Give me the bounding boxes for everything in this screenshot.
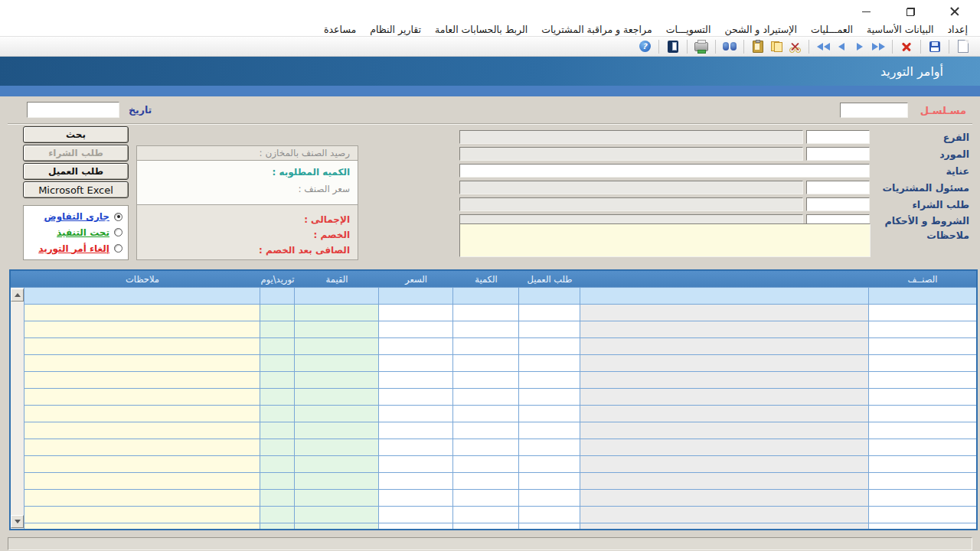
help-icon[interactable]	[635, 38, 654, 55]
grid-cell-item_name[interactable]	[580, 321, 869, 337]
grid-cell-quantity[interactable]	[453, 473, 519, 489]
grid-cell-value[interactable]	[295, 490, 379, 506]
grid-cell-item[interactable]	[869, 490, 976, 506]
grid-cell-supply_per_day[interactable]	[260, 523, 295, 529]
grid-cell-item_name[interactable]	[580, 473, 869, 489]
grid-cell-quantity[interactable]	[453, 288, 519, 304]
grid-cell-item[interactable]	[869, 473, 976, 489]
grid-cell-quantity[interactable]	[453, 422, 519, 439]
grid-cell-quantity[interactable]	[453, 338, 519, 354]
grid-cell-customer_request[interactable]	[519, 422, 580, 439]
grid-cell-value[interactable]	[295, 473, 379, 489]
grid-cell-item_name[interactable]	[580, 456, 869, 472]
grid-cell-supply_per_day[interactable]	[260, 321, 295, 337]
grid-cell-notes[interactable]	[24, 338, 260, 354]
grid-cell-value[interactable]	[295, 305, 379, 321]
status-option[interactable]: جارى التفاوض	[29, 211, 122, 222]
status-option[interactable]: إلغاء أمر التوريد	[29, 243, 122, 254]
grid-cell-notes[interactable]	[24, 321, 260, 337]
grid-cell-customer_request[interactable]	[519, 372, 580, 388]
grid-cell-item[interactable]	[869, 406, 976, 422]
grid-cell-value[interactable]	[295, 321, 379, 337]
menu-item[interactable]: الإستيراد و الشحن	[717, 24, 804, 35]
grid-cell-supply_per_day[interactable]	[260, 422, 295, 439]
grid-cell-quantity[interactable]	[453, 406, 519, 422]
grid-cell-item[interactable]	[869, 321, 976, 337]
grid-cell-value[interactable]	[295, 288, 379, 304]
grid-cell-quantity[interactable]	[453, 523, 519, 529]
grid-cell-price[interactable]	[379, 338, 453, 354]
grid-cell-notes[interactable]	[24, 456, 260, 472]
grid-cell-item_name[interactable]	[580, 406, 869, 422]
grid-cell-customer_request[interactable]	[519, 321, 580, 337]
delete-icon[interactable]	[897, 38, 916, 55]
grid-cell-notes[interactable]	[24, 305, 260, 321]
grid-cell-price[interactable]	[379, 305, 453, 321]
restore-button[interactable]	[888, 0, 933, 23]
grid-cell-item_name[interactable]	[580, 422, 869, 439]
minimize-button[interactable]	[844, 0, 888, 23]
grid-cell-item[interactable]	[869, 523, 976, 529]
new-icon[interactable]	[954, 38, 972, 55]
supplier-code-input[interactable]	[806, 147, 870, 161]
menu-item[interactable]: البيانات الأساسية	[860, 24, 941, 35]
grid-cell-item[interactable]	[869, 456, 976, 472]
grid-cell-quantity[interactable]	[453, 456, 519, 472]
grid-cell-item[interactable]	[869, 355, 976, 371]
grid-cell-customer_request[interactable]	[519, 523, 580, 529]
scroll-down-button[interactable]	[11, 515, 24, 528]
grid-cell-price[interactable]	[379, 389, 453, 405]
grid-cell-notes[interactable]	[24, 439, 260, 455]
grid-cell-notes[interactable]	[24, 288, 260, 304]
grid-cell-item_name[interactable]	[580, 389, 869, 405]
menu-item[interactable]: مراجعة و مراقبة المشتريات	[534, 24, 658, 35]
save-icon[interactable]	[926, 38, 944, 55]
grid-cell-quantity[interactable]	[453, 305, 519, 321]
date-input[interactable]	[27, 102, 119, 118]
grid-cell-item_name[interactable]	[580, 507, 869, 523]
grid-cell-price[interactable]	[379, 422, 453, 439]
grid-cell-notes[interactable]	[24, 422, 260, 439]
grid-cell-customer_request[interactable]	[519, 338, 580, 354]
purchase-request-button[interactable]: طلب الشراء	[23, 145, 129, 161]
grid-cell-supply_per_day[interactable]	[260, 305, 295, 321]
grid-cell-quantity[interactable]	[453, 372, 519, 388]
grid-cell-supply_per_day[interactable]	[260, 288, 295, 304]
branch-name-field[interactable]	[459, 130, 803, 144]
grid-cell-price[interactable]	[379, 355, 453, 371]
menu-item[interactable]: إعداد	[940, 24, 975, 35]
find-icon[interactable]	[720, 38, 739, 55]
customer-request-button[interactable]: طلب العميل	[23, 163, 129, 180]
grid-cell-item[interactable]	[869, 338, 976, 354]
menu-item[interactable]: تقارير النظام	[363, 24, 428, 35]
search-button[interactable]: بحث	[23, 126, 129, 143]
grid-cell-customer_request[interactable]	[519, 490, 580, 506]
menu-item[interactable]: الربط بالحسابات العامة	[428, 24, 534, 35]
radio-icon[interactable]	[114, 244, 122, 253]
grid-cell-notes[interactable]	[24, 372, 260, 388]
grid-cell-item_name[interactable]	[580, 490, 869, 506]
grid-cell-supply_per_day[interactable]	[260, 507, 295, 523]
grid-cell-customer_request[interactable]	[519, 288, 580, 304]
grid-cell-item_name[interactable]	[580, 523, 869, 529]
grid-cell-price[interactable]	[379, 439, 453, 455]
grid-cell-customer_request[interactable]	[519, 406, 580, 422]
grid-cell-supply_per_day[interactable]	[260, 456, 295, 472]
grid-cell-customer_request[interactable]	[519, 389, 580, 405]
grid-cell-supply_per_day[interactable]	[260, 355, 295, 371]
grid-cell-item_name[interactable]	[580, 355, 869, 371]
branch-code-input[interactable]	[806, 130, 870, 144]
grid-cell-quantity[interactable]	[453, 507, 519, 523]
grid-cell-supply_per_day[interactable]	[260, 406, 295, 422]
grid-cell-supply_per_day[interactable]	[260, 439, 295, 455]
grid-cell-value[interactable]	[295, 338, 379, 354]
grid-cell-price[interactable]	[379, 406, 453, 422]
grid-cell-item[interactable]	[869, 288, 976, 304]
serial-input[interactable]	[840, 103, 908, 118]
grid-cell-value[interactable]	[295, 372, 379, 388]
grid-cell-customer_request[interactable]	[519, 507, 580, 523]
nav-last-icon[interactable]	[869, 38, 887, 55]
attention-input[interactable]	[459, 164, 870, 178]
grid-cell-notes[interactable]	[24, 389, 260, 405]
grid-cell-value[interactable]	[295, 523, 379, 529]
